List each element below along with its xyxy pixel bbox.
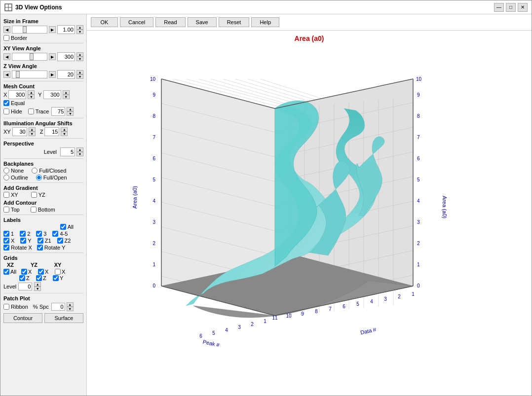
labels-rotatey-checkbox[interactable] [37, 245, 43, 251]
equal-checkbox[interactable] [3, 100, 9, 106]
illum-xy-spin-up[interactable]: ▲ [29, 127, 36, 132]
backplanes-none-radio[interactable] [3, 168, 9, 174]
svg-text:8: 8 [152, 113, 155, 119]
ribbon-checkbox[interactable] [3, 304, 9, 310]
illumination-xy-input[interactable]: 30 [12, 127, 27, 136]
grids-xz-x-checkbox[interactable] [21, 269, 27, 275]
ok-button[interactable]: OK [91, 17, 118, 27]
xy-angle-input[interactable]: 300 [57, 52, 75, 61]
xy-angle-right-arrow[interactable]: ▶ [49, 53, 56, 60]
svg-text:7: 7 [152, 135, 155, 140]
backplanes-row1: None Full/Closed [3, 168, 83, 174]
size-right-arrow[interactable]: ▶ [49, 26, 56, 33]
labels-rotatex-checkbox[interactable] [3, 245, 9, 251]
z-angle-slider[interactable] [12, 71, 47, 78]
z-angle-left-arrow[interactable]: ◀ [3, 71, 10, 78]
backplanes-fullclosed-radio[interactable] [32, 168, 38, 174]
mesh-x-spin-down[interactable]: ▼ [28, 95, 35, 99]
labels-x-checkbox[interactable] [3, 238, 9, 244]
trace-spin-down[interactable]: ▼ [67, 111, 74, 116]
perspective-spin-down[interactable]: ▼ [76, 152, 83, 156]
grids-xy-x-checkbox[interactable] [55, 269, 61, 275]
xy-angle-spin-down[interactable]: ▼ [76, 57, 83, 61]
labels-z2-checkbox[interactable] [57, 238, 63, 244]
backplanes-fullopen-radio[interactable] [36, 175, 42, 180]
svg-text:6: 6 [342, 304, 345, 309]
size-value-input[interactable]: 1.00 [57, 25, 75, 34]
grids-yz-z-checkbox[interactable] [36, 275, 42, 281]
labels-45-checkbox[interactable] [52, 231, 58, 237]
illum-z-spin-up[interactable]: ▲ [61, 127, 68, 132]
backplanes-fullclosed-label: Full/Closed [39, 168, 66, 174]
mesh-y-input[interactable]: 300 [43, 90, 61, 99]
trace-value-input[interactable]: 75 [51, 107, 65, 116]
mesh-y-spin-down[interactable]: ▼ [63, 95, 70, 99]
hide-checkbox[interactable] [3, 108, 9, 114]
minimize-button[interactable]: — [494, 3, 504, 12]
perspective-spin-up[interactable]: ▲ [76, 147, 83, 152]
spc-spin-down[interactable]: ▼ [67, 307, 74, 311]
labels-3-checkbox[interactable] [36, 231, 42, 237]
spc-spin-up[interactable]: ▲ [67, 302, 74, 307]
labels-y-checkbox[interactable] [20, 238, 26, 244]
svg-text:4: 4 [370, 299, 373, 304]
xy-angle-slider[interactable] [12, 53, 47, 61]
labels-z1-checkbox[interactable] [38, 238, 43, 244]
grids-all-checkbox[interactable] [3, 269, 9, 275]
grids-xy-y-label: Y [60, 275, 63, 281]
gradient-xy-checkbox[interactable] [3, 192, 9, 198]
illum-z-spin-down[interactable]: ▼ [61, 132, 68, 136]
z-angle-spin-up[interactable]: ▲ [76, 70, 83, 74]
close-button[interactable]: ✕ [518, 3, 528, 12]
z-angle-spin-down[interactable]: ▼ [76, 74, 83, 79]
size-left-arrow[interactable]: ◀ [3, 26, 10, 33]
help-button[interactable]: Help [251, 17, 279, 27]
grids-level-input[interactable]: 0 [18, 283, 32, 290]
equal-label: Equal [11, 100, 25, 106]
trace-checkbox[interactable] [28, 108, 34, 114]
trace-spin-up[interactable]: ▲ [67, 107, 74, 111]
spc-input[interactable]: 0 [51, 303, 65, 311]
backplanes-fullopen-label: Full/Open [43, 175, 67, 180]
reset-button[interactable]: Reset [219, 17, 250, 27]
cancel-button[interactable]: Cancel [120, 17, 153, 27]
illum-xy-spin-down[interactable]: ▼ [29, 132, 36, 136]
z-angle-right-arrow[interactable]: ▶ [49, 71, 56, 78]
svg-text:5: 5 [212, 330, 215, 336]
z-angle-input[interactable]: 20 [57, 70, 75, 79]
labels-all-checkbox[interactable] [60, 224, 66, 230]
grids-level-spin-up[interactable]: ▲ [34, 282, 41, 287]
add-contour-label: Add Contour [3, 200, 83, 206]
chart-area: Area (a0) [87, 31, 532, 396]
grids-xz-z-checkbox[interactable] [19, 275, 25, 281]
gradient-yz-checkbox[interactable] [31, 192, 37, 198]
surface-button[interactable]: Surface [44, 313, 83, 323]
mesh-y-spin-up[interactable]: ▲ [63, 90, 70, 95]
perspective-level-input[interactable]: 5 [60, 147, 75, 156]
illumination-z-input[interactable]: 15 [44, 127, 59, 136]
grids-yz-x-checkbox[interactable] [38, 269, 44, 275]
spc-label: % Spc [33, 304, 49, 310]
xy-angle-spin-up[interactable]: ▲ [76, 52, 83, 57]
contour-button[interactable]: Contour [3, 313, 42, 323]
svg-text:3: 3 [417, 219, 420, 225]
labels-2-checkbox[interactable] [20, 231, 26, 237]
hide-trace-row: Hide Trace 75 ▲ ▼ [3, 107, 83, 116]
size-spin-down[interactable]: ▼ [76, 30, 83, 34]
save-button[interactable]: Save [188, 17, 217, 27]
maximize-button[interactable]: □ [506, 3, 516, 12]
contour-top-checkbox[interactable] [3, 207, 9, 213]
labels-1-checkbox[interactable] [3, 231, 9, 237]
grids-xy-y-checkbox[interactable] [53, 275, 59, 281]
size-spin-up[interactable]: ▲ [76, 25, 83, 30]
size-slider[interactable] [12, 26, 47, 34]
mesh-x-spin-up[interactable]: ▲ [28, 90, 35, 95]
mesh-x-input[interactable]: 300 [8, 90, 26, 99]
read-button[interactable]: Read [155, 17, 185, 27]
backplanes-outline-radio[interactable] [3, 175, 9, 180]
grids-level-spin-down[interactable]: ▼ [34, 287, 41, 291]
contour-bottom-checkbox[interactable] [31, 207, 37, 213]
grids-xy-header: XY [51, 262, 65, 268]
border-checkbox[interactable] [3, 35, 9, 41]
xy-angle-left-arrow[interactable]: ◀ [3, 53, 10, 60]
